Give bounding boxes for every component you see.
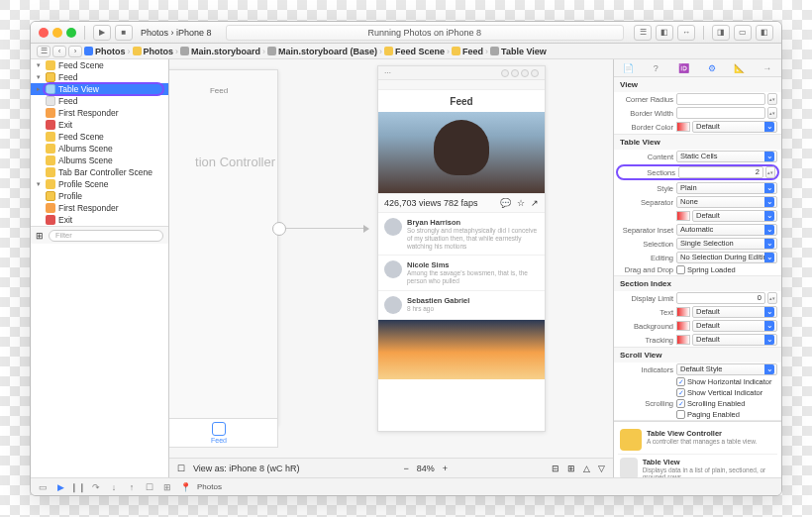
hide-debug-icon[interactable]: ▭ bbox=[37, 481, 49, 493]
selection-select[interactable]: Single Selection bbox=[676, 238, 777, 250]
toggle-inspector[interactable]: ◧ bbox=[756, 25, 773, 41]
outline-item[interactable]: Exit bbox=[31, 214, 168, 226]
display-limit-field[interactable]: 0 bbox=[676, 292, 765, 304]
border-width-field[interactable] bbox=[676, 107, 765, 119]
comment-cell: Bryan HarrisonSo strongly and metaphysic… bbox=[378, 213, 545, 256]
size-inspector-tab[interactable]: 📐 bbox=[733, 61, 747, 75]
view-as-label[interactable]: View as: iPhone 8 (wC hR) bbox=[193, 464, 299, 473]
outline-item[interactable]: ▾Profile Scene bbox=[31, 178, 168, 190]
zoom-level: 84% bbox=[417, 464, 435, 473]
comment-cell: Nicole SimsAmong the savage's bowsmen, t… bbox=[378, 256, 545, 291]
outline-item[interactable]: Feed bbox=[31, 95, 168, 107]
forward-button[interactable]: › bbox=[68, 46, 82, 57]
show-v-checkbox[interactable]: ✓ bbox=[676, 388, 685, 397]
comment-cell: Sebastien Gabriel8 hrs ago bbox=[378, 291, 545, 320]
border-color-select[interactable]: Default bbox=[692, 121, 777, 133]
separator-color-well[interactable] bbox=[676, 211, 690, 221]
help-inspector-tab[interactable]: ? bbox=[649, 61, 662, 75]
sections-stepper[interactable]: ▴▾ bbox=[765, 166, 775, 178]
embed-in[interactable]: ▽ bbox=[598, 464, 605, 473]
index-bg-select[interactable]: Default bbox=[692, 320, 777, 332]
segue-arrow[interactable] bbox=[278, 228, 367, 229]
scrolling-checkbox[interactable]: ✓ bbox=[676, 399, 685, 408]
zoom-out[interactable]: − bbox=[403, 464, 408, 473]
zoom-in[interactable]: + bbox=[443, 464, 448, 473]
attributes-inspector-tab[interactable]: ⚙ bbox=[705, 61, 719, 75]
paging-checkbox[interactable] bbox=[676, 410, 685, 419]
close-button[interactable] bbox=[39, 28, 49, 38]
constraints-pin[interactable]: ⊞ bbox=[567, 464, 575, 473]
constraints-resolve[interactable]: △ bbox=[583, 464, 590, 473]
toggle-navigator[interactable]: ◨ bbox=[712, 25, 730, 41]
step-out-icon[interactable]: ↑ bbox=[126, 481, 138, 493]
border-width-stepper[interactable]: ▴▾ bbox=[767, 107, 777, 119]
scheme-selector[interactable]: Photos › iPhone 8 bbox=[137, 28, 216, 38]
view-debug-icon[interactable]: ☐ bbox=[144, 481, 155, 493]
minimize-button[interactable] bbox=[52, 28, 62, 38]
feed-scene[interactable]: ⋯ Feed 426,703 views 782 faps 💬☆↗ Bryan … bbox=[377, 65, 546, 432]
jump-bar[interactable]: ☰ ‹ › Photos› Photos› Main.storyboard› M… bbox=[31, 44, 781, 59]
style-select[interactable]: Plain bbox=[676, 182, 777, 194]
auto-layout-icon[interactable]: ⊞ bbox=[36, 231, 44, 241]
continue-icon[interactable]: ❙❙ bbox=[72, 481, 84, 493]
corner-radius-stepper[interactable]: ▴▾ bbox=[767, 93, 777, 105]
index-tracking-select[interactable]: Default bbox=[692, 334, 777, 346]
inspector-panel: 📄 ? 🆔 ⚙ 📐 → View Corner Radius▴▾ Border … bbox=[613, 59, 781, 477]
separator-select[interactable]: None bbox=[676, 196, 777, 208]
outline-item[interactable]: Exit bbox=[31, 119, 168, 131]
connections-inspector-tab[interactable]: → bbox=[761, 61, 774, 75]
outline-item[interactable]: Tab Bar Controller Scene bbox=[31, 166, 168, 178]
breakpoint-icon[interactable]: ▶ bbox=[54, 481, 66, 493]
separator-color-select[interactable]: Default bbox=[692, 210, 777, 222]
outline-item[interactable]: Feed Scene bbox=[31, 131, 168, 143]
content-select[interactable]: Static Cells bbox=[676, 151, 777, 162]
border-color-well[interactable] bbox=[676, 122, 690, 132]
ib-canvas[interactable]: Feed tion Controller ⋯ Feed 426,703 view… bbox=[169, 59, 613, 477]
toggle-debug[interactable]: ▭ bbox=[734, 25, 752, 41]
nav-title: Feed bbox=[378, 90, 545, 112]
related-items[interactable]: ☰ bbox=[37, 46, 51, 57]
outline-item[interactable]: Albums Scene bbox=[31, 143, 168, 155]
editor-version[interactable]: ↔ bbox=[677, 25, 695, 41]
tab-bar-item[interactable]: Feed bbox=[169, 418, 278, 448]
back-button[interactable]: ‹ bbox=[52, 46, 66, 57]
library-item[interactable]: Table View ControllerA controller that m… bbox=[618, 426, 777, 455]
nav-controller-stub[interactable]: Feed tion Controller bbox=[169, 69, 278, 426]
sections-field[interactable]: 2 bbox=[678, 166, 763, 178]
library-item[interactable]: Table ViewDisplays data in a list of pla… bbox=[618, 455, 777, 477]
hero-image bbox=[378, 112, 545, 193]
editing-select[interactable]: No Selection During Editing bbox=[676, 252, 777, 263]
outline-item[interactable]: ▾Feed bbox=[31, 71, 168, 83]
avatar bbox=[384, 218, 402, 236]
zoom-button[interactable] bbox=[66, 28, 76, 38]
outline-item[interactable]: ▾Feed Scene bbox=[31, 59, 168, 71]
outline-item[interactable]: First Responder bbox=[31, 202, 168, 214]
run-button[interactable]: ▶ bbox=[93, 25, 111, 41]
sunset-image bbox=[378, 320, 545, 379]
constraints-align[interactable]: ⊟ bbox=[552, 464, 559, 473]
stop-button[interactable]: ■ bbox=[115, 25, 133, 41]
spring-loaded-checkbox[interactable] bbox=[676, 265, 685, 274]
debug-target[interactable]: Photos bbox=[197, 482, 222, 491]
step-over-icon[interactable]: ↷ bbox=[90, 481, 102, 493]
scene-header[interactable]: ⋯ bbox=[378, 66, 545, 80]
identity-inspector-tab[interactable]: 🆔 bbox=[676, 61, 690, 75]
outline-item[interactable]: ▸Table View bbox=[31, 83, 168, 95]
outline-filter[interactable]: Filter bbox=[49, 230, 163, 242]
avatar bbox=[384, 296, 402, 314]
step-in-icon[interactable]: ↓ bbox=[108, 481, 120, 493]
editor-standard[interactable]: ☰ bbox=[634, 25, 652, 41]
index-text-select[interactable]: Default bbox=[692, 306, 777, 318]
memory-icon[interactable]: ⊞ bbox=[161, 481, 173, 493]
outline-item[interactable]: First Responder bbox=[31, 107, 168, 119]
device-config-icon[interactable]: ☐ bbox=[177, 464, 185, 473]
location-icon[interactable]: 📍 bbox=[179, 481, 191, 493]
outline-item[interactable]: Albums Scene bbox=[31, 155, 168, 166]
show-h-checkbox[interactable]: ✓ bbox=[676, 377, 685, 386]
separator-inset-select[interactable]: Automatic bbox=[676, 224, 777, 236]
editor-assistant[interactable]: ◧ bbox=[656, 25, 673, 41]
file-inspector-tab[interactable]: 📄 bbox=[621, 61, 635, 75]
indicators-select[interactable]: Default Style bbox=[676, 363, 777, 375]
corner-radius-field[interactable] bbox=[676, 93, 765, 105]
outline-item[interactable]: Profile bbox=[31, 190, 168, 202]
